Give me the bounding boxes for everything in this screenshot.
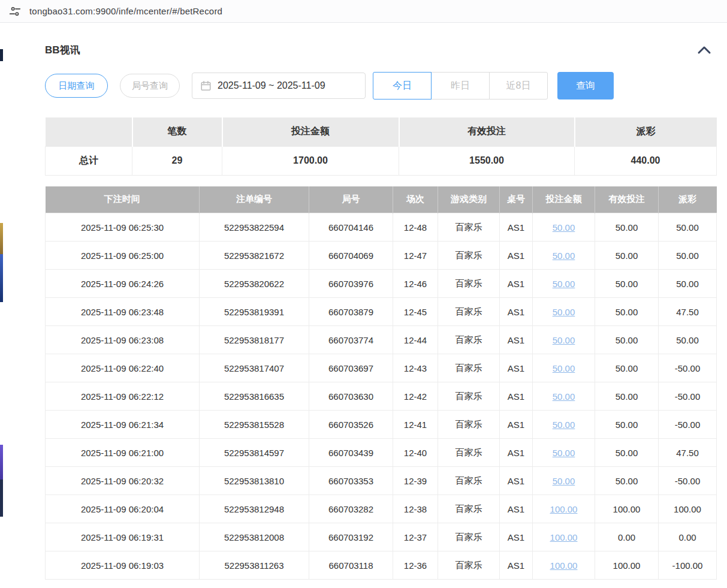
- cell-session: 12-38: [393, 495, 438, 523]
- cell-valid: 50.00: [595, 326, 659, 354]
- cell-table: AS1: [500, 326, 533, 354]
- cell-amount: 50.00: [533, 439, 595, 467]
- cell-time: 2025-11-09 06:21:00: [46, 439, 200, 467]
- cell-time: 2025-11-09 06:24:26: [46, 270, 200, 298]
- summary-valid-bet-value: 1550.00: [399, 146, 575, 175]
- cell-table: AS1: [500, 354, 533, 382]
- last8days-button[interactable]: 近8日: [489, 72, 548, 99]
- yesterday-button[interactable]: 昨日: [431, 72, 490, 99]
- site-settings-icon[interactable]: [9, 5, 21, 17]
- bet-amount-link[interactable]: 50.00: [553, 307, 575, 317]
- cell-amount: 50.00: [533, 242, 595, 270]
- cell-amount: 50.00: [533, 467, 595, 495]
- cell-valid: 50.00: [595, 354, 659, 382]
- search-button[interactable]: 查询: [557, 72, 614, 99]
- cell-amount: 50.00: [533, 270, 595, 298]
- detail-header-cell: 投注金额: [533, 186, 595, 213]
- cell-amount: 50.00: [533, 382, 595, 411]
- cell-session: 12-39: [393, 467, 438, 495]
- bet-amount-link[interactable]: 50.00: [553, 222, 575, 233]
- filter-toolbar: 日期查询 局号查询 2025-11-09 ~ 2025-11-09 今日 昨日 …: [45, 72, 716, 99]
- bet-amount-link[interactable]: 50.00: [553, 251, 575, 261]
- detail-header-cell: 下注时间: [46, 186, 200, 213]
- bet-record-panel: BB视讯 日期查询 局号查询 2025-11-09 ~ 2025-11-09 今…: [0, 42, 727, 580]
- cell-time: 2025-11-09 06:21:34: [46, 411, 200, 439]
- bet-amount-link[interactable]: 100.00: [550, 560, 578, 571]
- round-query-button[interactable]: 局号查询: [120, 74, 180, 98]
- cell-time: 2025-11-09 06:20:04: [46, 495, 200, 523]
- cell-valid: 100.00: [595, 495, 659, 523]
- bet-amount-link[interactable]: 100.00: [550, 532, 578, 542]
- cell-session: 12-45: [393, 298, 438, 326]
- cell-amount: 100.00: [533, 551, 595, 580]
- cell-amount: 100.00: [533, 495, 595, 523]
- summary-header-empty: [46, 117, 132, 146]
- cell-session: 12-47: [393, 242, 438, 270]
- detail-table-body: 2025-11-09 06:25:30522953822594660704146…: [46, 213, 717, 580]
- table-row: 2025-11-09 06:20:04522953812948660703282…: [46, 495, 717, 523]
- cell-game: 百家乐: [438, 382, 500, 411]
- bet-amount-link[interactable]: 100.00: [550, 504, 578, 514]
- cell-table: AS1: [500, 411, 533, 439]
- cell-amount: 50.00: [533, 326, 595, 354]
- page-title: BB视讯: [45, 43, 80, 57]
- table-row: 2025-11-09 06:21:34522953815528660703526…: [46, 411, 717, 439]
- date-range-input[interactable]: 2025-11-09 ~ 2025-11-09: [192, 73, 366, 99]
- cell-table: AS1: [500, 213, 533, 242]
- bet-amount-link[interactable]: 50.00: [553, 391, 575, 402]
- cell-bet-id: 522953816635: [200, 382, 309, 411]
- cell-game: 百家乐: [438, 467, 500, 495]
- detail-header-cell: 局号: [309, 186, 393, 213]
- cell-payout: 0.00: [659, 523, 717, 551]
- cell-round: 660703192: [309, 523, 393, 551]
- cell-time: 2025-11-09 06:19:31: [46, 523, 200, 551]
- bet-amount-link[interactable]: 50.00: [553, 420, 575, 430]
- cell-table: AS1: [500, 242, 533, 270]
- cell-session: 12-42: [393, 382, 438, 411]
- cell-game: 百家乐: [438, 298, 500, 326]
- cell-amount: 50.00: [533, 213, 595, 242]
- browser-address-bar[interactable]: tongbao31.com:9900/infe/mcenter/#/betRec…: [0, 0, 727, 23]
- date-range-value: 2025-11-09 ~ 2025-11-09: [218, 80, 325, 91]
- cell-round: 660703697: [309, 354, 393, 382]
- cell-table: AS1: [500, 495, 533, 523]
- bet-amount-link[interactable]: 50.00: [553, 448, 575, 458]
- cell-game: 百家乐: [438, 242, 500, 270]
- cell-payout: -50.00: [659, 354, 717, 382]
- background-fragment: [0, 223, 3, 254]
- cell-valid: 50.00: [595, 382, 659, 411]
- table-row: 2025-11-09 06:20:32522953813810660703353…: [46, 467, 717, 495]
- bet-amount-link[interactable]: 50.00: [553, 363, 575, 373]
- cell-table: AS1: [500, 523, 533, 551]
- cell-valid: 50.00: [595, 242, 659, 270]
- detail-header-cell: 注单编号: [200, 186, 309, 213]
- cell-game: 百家乐: [438, 270, 500, 298]
- table-row: 2025-11-09 06:25:00522953821672660704069…: [46, 242, 717, 270]
- cell-session: 12-40: [393, 439, 438, 467]
- detail-header-row: 下注时间注单编号局号场次游戏类别桌号投注金额有效投注派彩: [46, 186, 717, 213]
- cell-valid: 50.00: [595, 213, 659, 242]
- summary-table: 笔数 投注金额 有效投注 派彩 总计 29 1700.00 1550.00 44…: [45, 117, 717, 176]
- bet-amount-link[interactable]: 50.00: [553, 335, 575, 345]
- bet-amount-link[interactable]: 50.00: [553, 476, 575, 486]
- table-row: 2025-11-09 06:21:00522953814597660703439…: [46, 439, 717, 467]
- today-button[interactable]: 今日: [373, 72, 432, 99]
- date-query-button[interactable]: 日期查询: [45, 74, 108, 98]
- cell-valid: 50.00: [595, 439, 659, 467]
- cell-round: 660703976: [309, 270, 393, 298]
- collapse-chevron-up-icon[interactable]: [697, 46, 716, 55]
- cell-game: 百家乐: [438, 354, 500, 382]
- bet-record-table: 下注时间注单编号局号场次游戏类别桌号投注金额有效投注派彩 2025-11-09 …: [45, 186, 717, 580]
- cell-valid: 50.00: [595, 411, 659, 439]
- detail-header-cell: 桌号: [500, 186, 533, 213]
- cell-payout: 50.00: [659, 326, 717, 354]
- background-fragment: [0, 445, 3, 480]
- cell-table: AS1: [500, 270, 533, 298]
- cell-round: 660704069: [309, 242, 393, 270]
- bet-amount-link[interactable]: 50.00: [553, 279, 575, 289]
- cell-game: 百家乐: [438, 213, 500, 242]
- cell-round: 660704146: [309, 213, 393, 242]
- cell-amount: 50.00: [533, 354, 595, 382]
- cell-bet-id: 522953815528: [200, 411, 309, 439]
- url-text: tongbao31.com:9900/infe/mcenter/#/betRec…: [29, 6, 222, 16]
